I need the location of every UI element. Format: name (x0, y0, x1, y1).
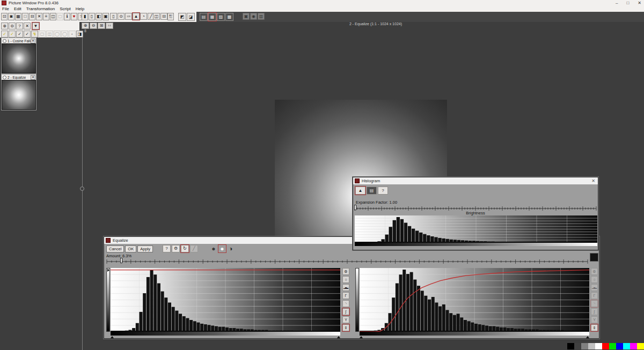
tool-dropdown-icon[interactable]: ▼ (32, 23, 39, 29)
print-icon[interactable]: ⊟ (29, 13, 35, 20)
palette-swatch-0[interactable] (567, 343, 574, 349)
panel-s-curve-icon[interactable]: ∫ (342, 308, 349, 315)
window-titlebar[interactable]: Picture Window Pro 8.0.436 – □ ✕ (0, 0, 644, 6)
close-button[interactable]: ✕ (638, 1, 641, 5)
apply-check-icon[interactable]: ✓ (1, 31, 8, 38)
mask-toggle-icon[interactable]: ◨ (76, 31, 83, 38)
thumbnail-2-close-icon[interactable]: ✕ (31, 75, 35, 80)
split-vertical-icon[interactable]: ◫ (153, 13, 160, 20)
preview-light-icon[interactable]: ● (218, 245, 226, 252)
cut-icon[interactable]: ✕ (24, 23, 31, 29)
tone-dark-icon[interactable]: ◩ (178, 13, 186, 21)
cancel-button[interactable]: Cancel (106, 245, 124, 252)
help-pointer-icon[interactable]: ? (16, 23, 23, 29)
input-range-marker-right[interactable] (337, 336, 340, 338)
input-value-strip[interactable] (106, 268, 110, 332)
fit-window-icon[interactable]: ⊞ (98, 23, 105, 29)
menu-help[interactable]: Help (76, 6, 84, 11)
ok-check-icon[interactable]: ✓ (16, 31, 23, 38)
palette-swatch-1[interactable] (574, 343, 581, 349)
open-image-icon[interactable]: ◙ (8, 13, 14, 20)
histogram-help-icon[interactable]: ? (378, 187, 388, 195)
menu-list-icon[interactable]: ≡ (43, 13, 49, 20)
readout-icon[interactable]: ▯ (110, 13, 117, 20)
expansion-factor-handle[interactable] (354, 205, 356, 210)
auto-icon[interactable]: AU TO (167, 13, 174, 20)
background-color-swatch[interactable] (590, 253, 598, 262)
palette-swatch-9[interactable] (630, 343, 637, 349)
expansion-factor-slider[interactable] (354, 204, 597, 211)
brightness-histogram-plot[interactable] (355, 215, 597, 243)
zoom-out-icon[interactable]: ⊖ (9, 23, 16, 29)
zoom-tool-icon[interactable]: ⊙ (118, 13, 125, 20)
flash-icon[interactable]: ↯ (31, 31, 38, 38)
tone-light-icon[interactable]: ◪ (187, 13, 195, 21)
panel-settings-icon[interactable]: ⚙ (342, 268, 349, 275)
dither-pattern-1-icon[interactable]: ▤ (200, 13, 208, 21)
histogram-titlebar[interactable]: Histogram ✕ (353, 177, 598, 184)
view-layout-frame-icon[interactable]: ▣ (103, 13, 109, 20)
thumbnail-1-image[interactable] (2, 44, 35, 73)
equalize-output-histogram[interactable] (360, 268, 589, 332)
canvas-zoom-out-icon[interactable]: ⊖ (90, 23, 97, 29)
palette-swatch-7[interactable] (616, 343, 623, 349)
close-image-icon[interactable]: ✕ (36, 13, 42, 20)
output-range-marker-left[interactable] (360, 336, 363, 338)
palette-swatch-5[interactable] (602, 343, 609, 349)
output-value-strip[interactable] (355, 268, 359, 332)
equalize-refresh-icon[interactable]: ↻ (181, 245, 189, 252)
output-range-marker-right[interactable] (586, 336, 589, 338)
menu-transformation[interactable]: Transformation (26, 6, 55, 11)
equalize-settings-icon[interactable]: ⚙ (172, 245, 180, 252)
duplicate-icon[interactable]: ◫ (50, 13, 56, 20)
levels-mode-icon[interactable]: ▤ (367, 187, 377, 195)
acquire-image-icon[interactable]: ▦ (15, 13, 21, 20)
thumbnail-1-close-icon[interactable]: ✕ (31, 39, 35, 43)
info-icon[interactable]: ℹ (64, 13, 70, 20)
preview-dark-icon[interactable]: ● (210, 245, 217, 252)
palette-swatch-4[interactable] (595, 343, 602, 349)
grid-pattern-icon[interactable]: ▩ (225, 13, 233, 21)
numeric-readout-icon[interactable]: 123 (125, 13, 132, 20)
thumbnail-2-titlebar[interactable]: 2 - Equalize ✕ (2, 75, 36, 80)
split-horizontal-icon[interactable]: ⊟ (160, 13, 167, 20)
panel-splitter-handle[interactable] (80, 187, 84, 191)
view-layout-split-icon[interactable]: ◧ (96, 13, 102, 20)
dither-pattern-3-icon[interactable]: ▨ (217, 13, 225, 21)
palette-swatch-3[interactable] (588, 343, 595, 349)
thumbnail-1-titlebar[interactable]: 1 - Cosine Falloff ✕ (2, 38, 36, 43)
panel-expand-icon[interactable]: ⇕ (591, 324, 598, 331)
amount-slider[interactable] (106, 257, 588, 264)
thumbnail-2-image[interactable] (2, 80, 35, 109)
palette-swatch-8[interactable] (623, 343, 630, 349)
amount-slider-handle[interactable] (120, 258, 122, 263)
panel-y-split-icon[interactable]: Y (342, 316, 349, 323)
confirm-check-icon[interactable]: ✓ (24, 31, 31, 38)
input-range-marker-left[interactable] (111, 336, 114, 338)
panel-circle-icon[interactable]: ○ (342, 276, 349, 283)
palette-swatch-2[interactable] (581, 343, 588, 349)
view-layout-double-icon[interactable]: ▯ (89, 13, 95, 20)
panel-expand-icon[interactable]: ⇕ (342, 324, 349, 331)
palette-swatch-6[interactable] (609, 343, 616, 349)
menu-script[interactable]: Script (60, 6, 70, 11)
minimize-button[interactable]: – (616, 1, 618, 5)
preview-split-icon[interactable]: ◑ (227, 245, 235, 252)
histogram-mode-icon[interactable]: ▲ (355, 187, 365, 195)
canvas-zoom-in-icon[interactable]: ⊕ (82, 23, 89, 29)
menu-edit[interactable]: Edit (14, 6, 21, 11)
equalize-input-histogram[interactable] (111, 268, 340, 332)
actual-size-icon[interactable]: 1:1 (106, 23, 113, 29)
thumbnail-window-1[interactable]: 1 - Cosine Falloff ✕ (1, 38, 36, 74)
maximize-button[interactable]: □ (626, 1, 629, 5)
apply-all-check-icon[interactable]: ✓ (9, 31, 16, 38)
panel-soft-curve-icon[interactable]: ◝ (342, 300, 349, 307)
thumbnail-window-2[interactable]: 2 - Equalize ✕ (1, 74, 36, 110)
new-image-icon[interactable]: ⊡ (1, 13, 8, 20)
blank-image-icon[interactable]: □ (22, 13, 28, 20)
curve-endpoint-marker-left[interactable] (107, 269, 109, 272)
view-layout-single-icon[interactable]: ▮ (82, 13, 88, 20)
apply-button[interactable]: Apply (137, 245, 153, 252)
equalize-help-icon[interactable]: ? (163, 245, 171, 252)
zoom-in-icon[interactable]: ⊕ (1, 23, 8, 29)
